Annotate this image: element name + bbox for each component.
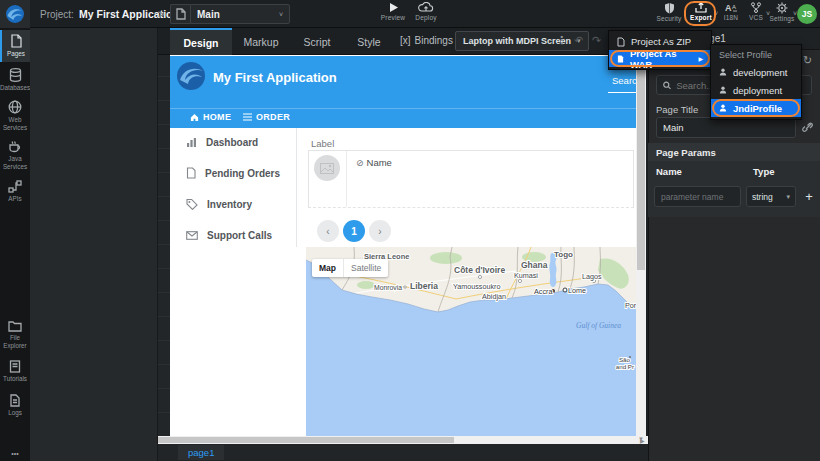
svg-text:A: A bbox=[732, 4, 736, 10]
map-label-togo: Togo bbox=[554, 250, 573, 259]
bottom-bar: page1 bbox=[158, 444, 648, 461]
redo-icon[interactable]: ↷ bbox=[592, 34, 601, 47]
pages-icon bbox=[10, 34, 23, 48]
map-label-ghana: Ghana bbox=[521, 260, 548, 270]
cloud-upload-icon bbox=[418, 2, 434, 13]
branch-icon bbox=[750, 2, 762, 13]
bindings-button[interactable]: [x] Bindings ˅ bbox=[400, 35, 461, 46]
rail-item-apis[interactable]: APIs bbox=[0, 176, 30, 206]
rail-item-pages[interactable]: Pages bbox=[0, 30, 30, 62]
tab-markup[interactable]: Markup bbox=[232, 28, 290, 55]
canvas-horizontal-scrollbar[interactable] bbox=[158, 436, 648, 444]
map-label-lome: Lome bbox=[568, 286, 586, 295]
rail-item-logs[interactable]: Logs bbox=[0, 390, 30, 422]
search-icon bbox=[663, 81, 671, 90]
pagination-prev-button[interactable]: ‹ bbox=[317, 220, 339, 242]
map-button[interactable]: Map bbox=[312, 259, 343, 277]
profile-item-development[interactable]: development bbox=[711, 63, 801, 81]
bind-chain-icon[interactable] bbox=[801, 122, 813, 134]
page-selector-dropdown[interactable]: Main ˅ bbox=[190, 4, 290, 24]
pagination-page-1[interactable]: 1 bbox=[343, 220, 365, 242]
security-button[interactable]: Security bbox=[652, 2, 686, 22]
tutorials-icon bbox=[9, 360, 21, 373]
play-icon bbox=[388, 2, 399, 13]
preview-button[interactable]: Preview bbox=[378, 2, 408, 21]
profile-icon bbox=[719, 68, 727, 76]
nav-home[interactable]: HOME bbox=[190, 112, 231, 122]
card-divider bbox=[346, 151, 347, 207]
home-icon bbox=[190, 113, 199, 122]
map-label-sao-tome-2: and Pr bbox=[616, 363, 634, 370]
kebab-menu-icon[interactable]: ⋮ bbox=[556, 34, 567, 47]
pagination-next-button[interactable]: › bbox=[369, 220, 391, 242]
folder-icon bbox=[8, 320, 22, 332]
i18n-button[interactable]: A A I18N bbox=[718, 2, 744, 21]
rail-item-databases[interactable]: Databases bbox=[0, 64, 30, 94]
page-menu-dashboard[interactable]: Dashboard bbox=[178, 132, 290, 152]
card-name-field[interactable]: ⊘ Name bbox=[356, 157, 392, 168]
export-menu-item-war[interactable]: Project As WAR ▶ bbox=[609, 50, 711, 67]
profile-submenu: Select Profile development deployment Jn… bbox=[710, 44, 802, 120]
page-menu-pending-orders[interactable]: Pending Orders bbox=[178, 163, 290, 183]
map-label-abidjan: Abidjan bbox=[482, 292, 506, 301]
chevron-down-icon: ▾ bbox=[786, 193, 790, 201]
device-selector-dropdown[interactable]: Laptop with MDPI Screen ▾ bbox=[455, 31, 589, 51]
submenu-arrow-icon: ▶ bbox=[698, 55, 703, 62]
wave-logo-icon bbox=[5, 4, 25, 24]
map-label-accra: Accra bbox=[534, 287, 552, 296]
globe-icon bbox=[8, 100, 22, 114]
file-zip-icon bbox=[617, 37, 625, 47]
page-title-input[interactable] bbox=[656, 117, 796, 138]
label-widget[interactable]: Label bbox=[311, 138, 334, 149]
tab-script[interactable]: Script bbox=[290, 28, 344, 55]
param-name-input[interactable] bbox=[654, 186, 741, 207]
app-logo bbox=[176, 61, 206, 91]
add-param-button[interactable]: + bbox=[801, 186, 817, 207]
page-icon bbox=[176, 8, 186, 20]
rail-overflow-button[interactable]: ••• bbox=[0, 446, 30, 458]
image-placeholder bbox=[314, 155, 340, 181]
tab-design[interactable]: Design bbox=[170, 28, 232, 55]
export-menu: Project As ZIP Project As WAR ▶ bbox=[608, 30, 712, 70]
left-rail: Pages Databases Web Services Java Servic… bbox=[0, 28, 30, 461]
project-label: Project: bbox=[40, 9, 74, 20]
canvas-vertical-divider bbox=[296, 128, 297, 247]
breadcrumb-separator: > bbox=[158, 8, 164, 20]
translate-icon: A A bbox=[725, 2, 738, 13]
horizontal-scroll-thumb[interactable] bbox=[158, 437, 454, 443]
map-label-liberia: Liberia bbox=[410, 281, 438, 291]
page-menu-support-calls[interactable]: Support Calls bbox=[178, 225, 290, 245]
panel-refresh-icon[interactable]: ↻ bbox=[803, 54, 812, 67]
user-avatar[interactable]: JS bbox=[797, 4, 817, 24]
satellite-button[interactable]: Satellite bbox=[343, 259, 388, 277]
map-label-port: Port bbox=[625, 301, 636, 310]
page-menu-inventory[interactable]: Inventory bbox=[178, 194, 290, 214]
app-search-underline bbox=[608, 92, 636, 93]
rail-item-web-services[interactable]: Web Services bbox=[0, 96, 30, 134]
settings-button[interactable]: Settings bbox=[768, 2, 796, 22]
rail-item-file-explorer[interactable]: File Explorer bbox=[0, 316, 30, 354]
canvas-vertical-scrollbar[interactable] bbox=[636, 55, 646, 445]
open-page-tab[interactable]: page1 bbox=[178, 445, 224, 460]
envelope-icon bbox=[186, 231, 198, 240]
vertical-scroll-thumb[interactable] bbox=[637, 60, 645, 270]
deploy-button[interactable]: Deploy bbox=[408, 2, 444, 21]
tab-style[interactable]: Style bbox=[344, 28, 394, 55]
profile-item-jndiprofile[interactable]: JndiProfile bbox=[711, 99, 801, 117]
rail-item-java-services[interactable]: Java Services bbox=[0, 136, 30, 174]
profile-item-deployment[interactable]: deployment bbox=[711, 81, 801, 99]
menu-list-icon bbox=[243, 113, 252, 121]
map-type-control: Map Satellite bbox=[312, 259, 388, 277]
scroll-right-icon[interactable]: ▶ bbox=[640, 437, 645, 444]
vcs-button[interactable]: VCS bbox=[744, 2, 768, 21]
nav-order[interactable]: ORDER bbox=[243, 112, 290, 122]
rail-item-tutorials[interactable]: Tutorials bbox=[0, 356, 30, 388]
wavemaker-logo[interactable] bbox=[0, 0, 30, 28]
overflow-icon: ••• bbox=[11, 450, 18, 457]
dashboard-chart-icon bbox=[186, 137, 197, 148]
param-type-select[interactable]: string ▾ bbox=[746, 186, 796, 207]
export-button[interactable]: Export bbox=[688, 2, 714, 21]
tag-icon bbox=[186, 199, 198, 210]
undo-icon[interactable]: ↶ bbox=[574, 34, 583, 47]
file-war-icon bbox=[617, 54, 624, 64]
